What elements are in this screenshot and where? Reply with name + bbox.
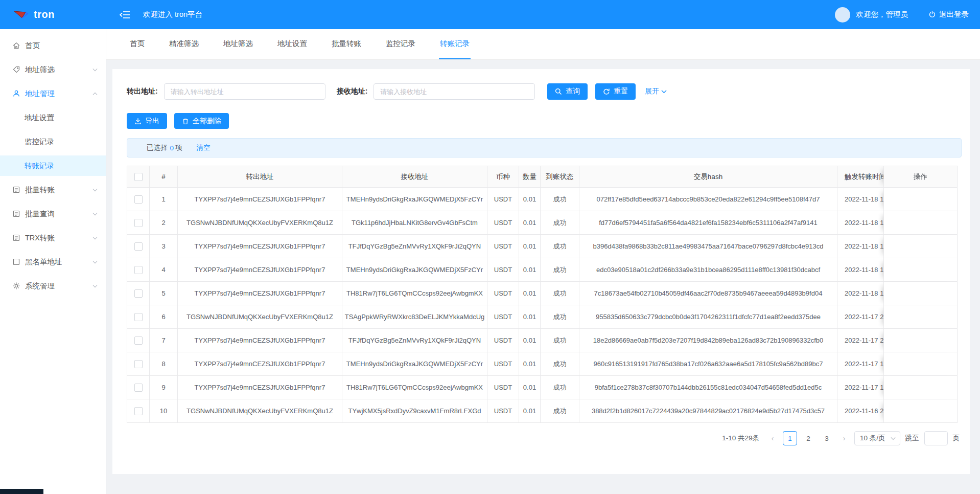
tab-transfer-records[interactable]: 转账记录 [439, 29, 471, 59]
tab-precise-filter[interactable]: 精准筛选 [168, 29, 200, 59]
header-user-area: 欢迎您，管理员 退出登录 [835, 7, 980, 23]
sidebar-item-batch-transfer[interactable]: 批量转账 [0, 179, 106, 200]
sidebar-item-system-manage[interactable]: 系统管理 [0, 276, 106, 296]
page-number-3[interactable]: 3 [820, 431, 834, 445]
select-all-checkbox[interactable] [134, 173, 143, 181]
cell-tx_hash: fd77d6ef5794451fa5a6f564da4821ef6fa15823… [579, 211, 837, 235]
cell-tx_hash: 072ff17e85dfd5eed63714abccc9b853ce20eda8… [579, 188, 837, 211]
table-row: 2TGSNwNJBDNfUMqQKXecUbyFVXERKmQ8u1ZTGk11… [127, 211, 958, 235]
row-checkbox[interactable] [134, 313, 143, 321]
logout-button[interactable]: 退出登录 [928, 10, 969, 19]
export-button-label: 导出 [145, 117, 159, 126]
cell-amount: 0.01 [519, 352, 541, 376]
tab-home[interactable]: 首页 [129, 29, 146, 59]
tab-label: 地址筛选 [223, 39, 253, 49]
row-checkbox[interactable] [134, 289, 143, 298]
table-row: 1TYXPP7sd7j4e9mnCEZSJfUXGb1FPPfqnr7TMEHn… [127, 188, 958, 211]
search-button[interactable]: 查询 [547, 83, 588, 100]
page-size-select[interactable]: 10 条/页 [854, 431, 900, 445]
cell-coin: USDT [487, 211, 519, 235]
row-checkbox[interactable] [134, 384, 143, 392]
cell-to_address: TFJfDqYGzBg5eZnMVvRy1XQkF9rJi2qQYN [342, 329, 487, 352]
sidebar-subitem-monitor-records[interactable]: 监控记录 [0, 131, 106, 152]
avatar[interactable] [835, 7, 850, 23]
chevron-down-icon [92, 68, 98, 72]
column-header-amount: 数量 [519, 166, 541, 188]
menu-fold-icon[interactable] [120, 11, 131, 19]
sidebar-subitem-label: 监控记录 [25, 137, 54, 147]
cell-coin: USDT [487, 188, 519, 211]
cell-from_address: TYXPP7sd7j4e9mnCEZSJfUXGb1FPPfqnr7 [178, 376, 342, 399]
tab-batch-transfer[interactable]: 批量转账 [331, 29, 362, 59]
cell-tx_hash: 388d2f2b1d826017c7224439a20c97844829ac02… [579, 399, 837, 423]
cell-action [883, 329, 958, 352]
row-checkbox[interactable] [134, 360, 143, 368]
row-checkbox[interactable] [134, 336, 143, 345]
header-checkbox-cell [127, 166, 150, 188]
user-icon [12, 89, 20, 98]
sidebar-item-label: 批量查询 [25, 209, 55, 219]
column-header-to_address: 接收地址 [342, 166, 487, 188]
trash-icon [182, 118, 189, 125]
cell-tx_hash: 18e2d86669ae0ab7f5d203e7207f19d842b89eba… [579, 329, 837, 352]
table-row: 6TGSNwNJBDNfUMqQKXecUbyFVXERKmQ8u1ZTSAgP… [127, 305, 958, 329]
table-horizontal-scrollbar[interactable]: #转出地址接收地址币种数量到账状态交易hash触发转账时间操作 1TYXPP7s… [127, 166, 958, 423]
cell-status: 成功 [541, 258, 579, 282]
welcome-text: 欢迎进入 tron平台 [143, 10, 202, 19]
jump-page-input[interactable] [924, 431, 948, 445]
cell-tx_hash: 960c916513191917fd765d38ba17cf026a632aae… [579, 352, 837, 376]
sidebar-item-address-filter[interactable]: 地址筛选 [0, 59, 106, 80]
cell-from_address: TYXPP7sd7j4e9mnCEZSJfUXGb1FPPfqnr7 [178, 329, 342, 352]
brand: tron [0, 0, 106, 29]
sidebar-item-trx-transfer[interactable]: TRX转账 [0, 228, 106, 248]
reset-button[interactable]: 重置 [595, 83, 636, 100]
pagination-total: 1-10 共29条 [722, 434, 759, 443]
row-checkbox-cell [127, 399, 150, 423]
delete-all-button[interactable]: 全部删除 [174, 113, 229, 129]
sidebar-item-address-manage[interactable]: 地址管理 [0, 83, 106, 104]
sidebar-subitem-address-settings[interactable]: 地址设置 [0, 107, 106, 128]
row-checkbox[interactable] [134, 242, 143, 251]
page-number-1[interactable]: 1 [783, 431, 797, 445]
expand-label: 展开 [645, 87, 659, 96]
from-address-input[interactable] [164, 83, 325, 100]
selection-alert: 已选择 0 项 清空 [127, 138, 962, 158]
sidebar-item-label: 批量转账 [25, 185, 55, 195]
to-address-label: 接收地址: [337, 87, 368, 96]
table-row: 10TGSNwNJBDNfUMqQKXecUbyFVXERKmQ8u1ZTYwj… [127, 399, 958, 423]
export-button[interactable]: 导出 [127, 113, 167, 129]
sidebar-item-batch-query[interactable]: 批量查询 [0, 204, 106, 224]
refresh-icon [603, 88, 610, 95]
row-checkbox[interactable] [134, 266, 143, 274]
cell-from_address: TGSNwNJBDNfUMqQKXecUbyFVXERKmQ8u1Z [178, 399, 342, 423]
tag-icon [12, 65, 20, 74]
row-checkbox[interactable] [134, 407, 143, 415]
sidebar-subitem-transfer-records[interactable]: 转账记录 [0, 155, 106, 176]
cell-action [883, 305, 958, 329]
row-checkbox[interactable] [134, 219, 143, 227]
chevron-down-icon [92, 284, 98, 288]
search-button-label: 查询 [566, 87, 580, 96]
page-number-2[interactable]: 2 [801, 431, 815, 445]
chevron-down-icon [92, 236, 98, 240]
next-page-button[interactable]: › [839, 434, 849, 442]
sidebar-item-blacklist[interactable]: 黑名单地址 [0, 252, 106, 272]
sidebar-item-home[interactable]: 首页 [0, 35, 106, 56]
cell-status: 成功 [541, 376, 579, 399]
tab-address-filter[interactable]: 地址筛选 [222, 29, 254, 59]
to-address-input[interactable] [374, 83, 535, 100]
cell-action [883, 188, 958, 211]
square-icon [12, 258, 20, 266]
cell-coin: USDT [487, 376, 519, 399]
sidebar-item-label: 地址筛选 [25, 65, 55, 75]
clear-selection-link[interactable]: 清空 [197, 143, 211, 152]
tab-monitor-records[interactable]: 监控记录 [385, 29, 416, 59]
logout-label: 退出登录 [939, 10, 969, 19]
cell-to_address: TMEHn9ydsDriGkgRxaJKGQWMEDjX5FzCYr [342, 352, 487, 376]
tab-address-settings[interactable]: 地址设置 [276, 29, 308, 59]
cell-to_address: TYwjKMX5jsRxdDyvZ9caxvM1FmR8rLFXGd [342, 399, 487, 423]
expand-toggle[interactable]: 展开 [645, 87, 667, 96]
tab-label: 批量转账 [332, 39, 361, 49]
row-checkbox[interactable] [134, 195, 143, 204]
prev-page-button[interactable]: ‹ [767, 434, 778, 442]
